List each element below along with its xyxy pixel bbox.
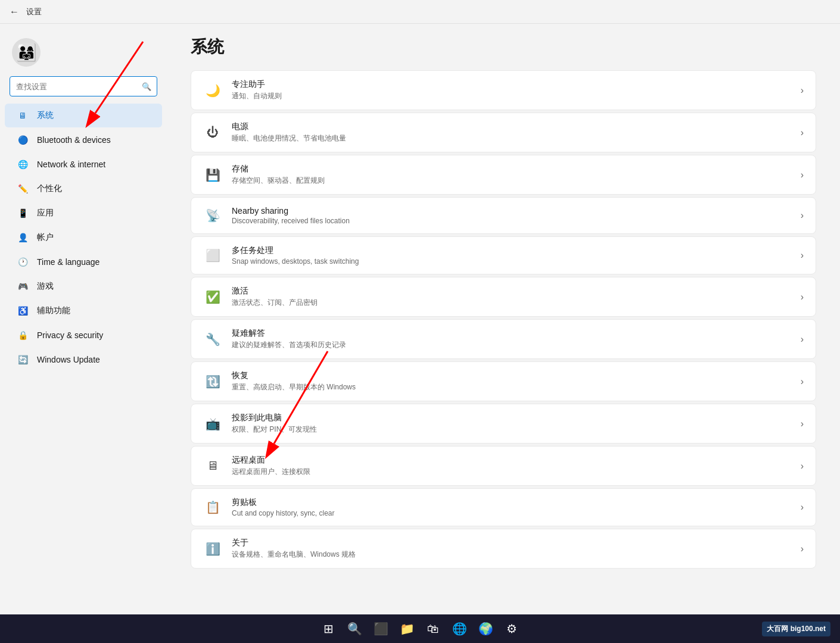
taskbar-item-start[interactable]: ⊞ (316, 617, 340, 641)
settings-item-storage[interactable]: 💾 存储 存储空间、驱动器、配置规则 › (191, 155, 816, 195)
personalization-icon: ✏️ (17, 183, 29, 195)
sidebar-item-update[interactable]: 🔄 Windows Update (5, 348, 162, 372)
power-desc: 睡眠、电池使用情况、节省电池电量 (232, 133, 791, 143)
activation-icon: ✅ (203, 288, 222, 307)
recovery-title: 恢复 (232, 370, 791, 381)
activation-title: 激活 (232, 286, 791, 296)
focus-text: 专注助手 通知、自动规则 (232, 79, 791, 101)
sidebar-label-bluetooth: Bluetooth & devices (37, 135, 111, 145)
taskbar-item-store[interactable]: 🛍 (421, 617, 445, 641)
sidebar-item-network[interactable]: 🌐 Network & internet (5, 152, 162, 176)
activation-chevron: › (801, 292, 804, 302)
avatar[interactable]: 👨‍👩‍👧 (12, 38, 41, 67)
storage-text: 存储 存储空间、驱动器、配置规则 (232, 164, 791, 186)
main-content: 系统 🌙 专注助手 通知、自动规则 › ⏻ 电源 睡眠、电池使用情况、节省电池电… (167, 24, 840, 614)
page-title: 系统 (191, 36, 816, 58)
troubleshoot-text: 疑难解答 建议的疑难解答、首选项和历史记录 (232, 328, 791, 350)
taskbar-corner: 大百网 big100.net (762, 622, 830, 636)
multitasking-title: 多任务处理 (232, 245, 791, 256)
multitasking-chevron: › (801, 250, 804, 261)
power-text: 电源 睡眠、电池使用情况、节省电池电量 (232, 121, 791, 143)
sidebar-item-apps[interactable]: 📱 应用 (5, 201, 162, 225)
storage-desc: 存储空间、驱动器、配置规则 (232, 176, 791, 186)
settings-list: 🌙 专注助手 通知、自动规则 › ⏻ 电源 睡眠、电池使用情况、节省电池电量 ›… (191, 70, 816, 569)
settings-item-clipboard[interactable]: 📋 剪贴板 Cut and copy history, sync, clear … (191, 488, 816, 526)
sidebar-label-accessibility: 辅助功能 (37, 305, 70, 316)
activation-desc: 激活状态、订阅、产品密钥 (232, 298, 791, 308)
troubleshoot-title: 疑难解答 (232, 328, 791, 339)
title-bar: ← 设置 (0, 0, 840, 24)
clipboard-title: 剪贴板 (232, 497, 791, 508)
taskbar-item-search[interactable]: 🔍 (343, 617, 366, 641)
title-bar-text: 设置 (26, 7, 42, 17)
sidebar-label-personalization: 个性化 (37, 183, 62, 194)
accessibility-icon: ♿ (17, 305, 29, 317)
taskbar-item-explorer[interactable]: 📁 (395, 617, 419, 641)
sidebar-item-gaming[interactable]: 🎮 游戏 (5, 274, 162, 298)
project-icon: 📺 (203, 414, 222, 433)
taskbar-item-network2[interactable]: 🌍 (474, 617, 497, 641)
power-chevron: › (801, 127, 804, 138)
taskbar-item-settings2[interactable]: ⚙ (500, 617, 524, 641)
taskbar-item-edge[interactable]: 🌐 (447, 617, 471, 641)
sidebar-item-system[interactable]: 🖥 系统 (5, 104, 162, 127)
sidebar-label-privacy: Privacy & security (37, 330, 103, 340)
settings-item-nearby[interactable]: 📡 Nearby sharing Discoverability, receiv… (191, 197, 816, 234)
sidebar-item-bluetooth[interactable]: 🔵 Bluetooth & devices (5, 128, 162, 152)
apps-icon: 📱 (17, 207, 29, 219)
taskbar-item-taskview[interactable]: ⬛ (369, 617, 393, 641)
sidebar-item-time[interactable]: 🕐 Time & language (5, 250, 162, 274)
accounts-icon: 👤 (17, 232, 29, 244)
storage-icon: 💾 (203, 166, 222, 185)
remote-chevron: › (801, 461, 804, 472)
privacy-icon: 🔒 (17, 329, 29, 341)
remote-title: 远程桌面 (232, 455, 791, 466)
multitasking-icon: ⬜ (203, 246, 222, 265)
back-button[interactable]: ← (10, 7, 19, 17)
about-icon: ℹ️ (203, 539, 222, 558)
sidebar-item-accounts[interactable]: 👤 帐户 (5, 226, 162, 249)
sidebar-label-gaming: 游戏 (37, 281, 54, 292)
focus-chevron: › (801, 85, 804, 96)
update-icon: 🔄 (17, 354, 29, 366)
troubleshoot-icon: 🔧 (203, 330, 222, 349)
sidebar-label-time: Time & language (37, 257, 99, 267)
storage-chevron: › (801, 170, 804, 180)
sidebar-item-accessibility[interactable]: ♿ 辅助功能 (5, 299, 162, 323)
power-title: 电源 (232, 121, 791, 132)
about-title: 关于 (232, 538, 791, 548)
recovery-chevron: › (801, 376, 804, 387)
settings-item-about[interactable]: ℹ️ 关于 设备规格、重命名电脑、Windows 规格 › (191, 529, 816, 569)
search-icon: 🔍 (142, 82, 151, 91)
settings-item-activation[interactable]: ✅ 激活 激活状态、订阅、产品密钥 › (191, 277, 816, 317)
about-chevron: › (801, 544, 804, 554)
sidebar: 👨‍👩‍👧 🔍 🖥 系统 🔵 Bluetooth & devices 🌐 Net… (0, 24, 167, 614)
recovery-icon: 🔃 (203, 372, 222, 391)
gaming-icon: 🎮 (17, 280, 29, 292)
sidebar-item-personalization[interactable]: ✏️ 个性化 (5, 177, 162, 201)
nearby-desc: Discoverability, received files location (232, 217, 791, 225)
settings-item-troubleshoot[interactable]: 🔧 疑难解答 建议的疑难解答、首选项和历史记录 › (191, 319, 816, 359)
settings-item-focus[interactable]: 🌙 专注助手 通知、自动规则 › (191, 70, 816, 110)
settings-item-remote[interactable]: 🖥 远程桌面 远程桌面用户、连接权限 › (191, 446, 816, 486)
settings-item-multitasking[interactable]: ⬜ 多任务处理 Snap windows, desktops, task swi… (191, 236, 816, 274)
sidebar-item-privacy[interactable]: 🔒 Privacy & security (5, 323, 162, 347)
remote-text: 远程桌面 远程桌面用户、连接权限 (232, 455, 791, 477)
time-icon: 🕐 (17, 256, 29, 268)
settings-item-power[interactable]: ⏻ 电源 睡眠、电池使用情况、节省电池电量 › (191, 113, 816, 152)
settings-item-recovery[interactable]: 🔃 恢复 重置、高级启动、早期版本的 Windows › (191, 361, 816, 401)
network-icon: 🌐 (17, 158, 29, 170)
sidebar-label-update: Windows Update (37, 355, 100, 364)
troubleshoot-chevron: › (801, 334, 804, 345)
nearby-text: Nearby sharing Discoverability, received… (232, 206, 791, 225)
bluetooth-icon: 🔵 (17, 134, 29, 146)
sidebar-label-accounts: 帐户 (37, 232, 54, 243)
sidebar-label-network: Network & internet (37, 160, 105, 169)
settings-item-project[interactable]: 📺 投影到此电脑 权限、配对 PIN、可发现性 › (191, 404, 816, 444)
about-desc: 设备规格、重命名电脑、Windows 规格 (232, 550, 791, 560)
search-input[interactable] (10, 76, 157, 96)
clipboard-desc: Cut and copy history, sync, clear (232, 509, 791, 517)
multitasking-desc: Snap windows, desktops, task switching (232, 257, 791, 266)
nearby-icon: 📡 (203, 206, 222, 225)
taskbar: ⊞🔍⬛📁🛍🌐🌍⚙ 大百网 big100.net (0, 614, 840, 643)
